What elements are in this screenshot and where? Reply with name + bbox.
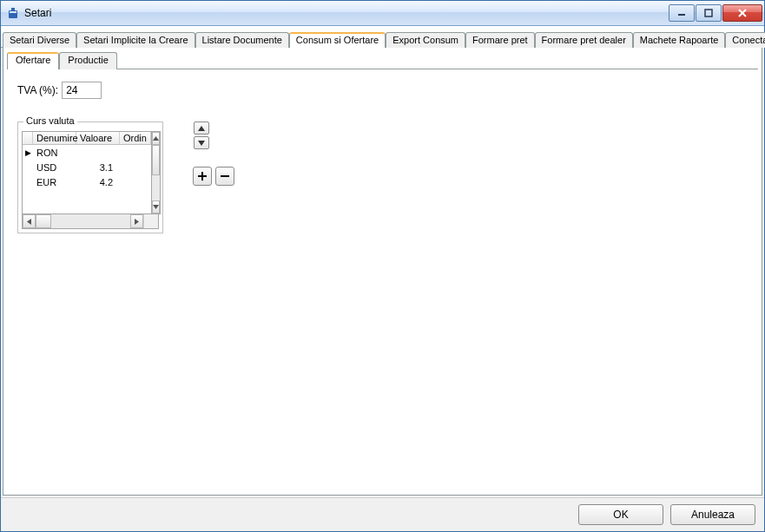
scroll-thumb[interactable] [36, 214, 51, 228]
main-tabstrip: Setari Diverse Setari Implicite la Crear… [1, 26, 764, 48]
cell-name[interactable]: EUR [33, 177, 76, 187]
ofertare-panel: TVA (%): 24 Curs valuta Denumire Valoare… [7, 69, 758, 491]
scroll-corner [143, 214, 158, 228]
table-row[interactable]: USD 3.1 [23, 160, 151, 174]
scroll-down-icon[interactable] [152, 200, 160, 213]
move-up-button[interactable] [194, 122, 209, 135]
scroll-up-icon[interactable] [152, 132, 160, 145]
dialog-footer: OK Anuleaza [1, 497, 764, 531]
title-bar: Setari [1, 1, 764, 26]
svg-rect-2 [11, 8, 15, 10]
tva-input[interactable]: 24 [62, 82, 102, 99]
cell-name[interactable]: USD [33, 162, 76, 173]
add-button[interactable] [193, 167, 212, 186]
app-icon [6, 6, 20, 20]
tab-listare-documente[interactable]: Listare Documente [195, 32, 289, 48]
sub-tabstrip: Ofertare Productie [7, 51, 758, 69]
col-header-name[interactable]: Denumire [33, 132, 76, 144]
window-title: Setari [24, 7, 668, 19]
tab-conecta[interactable]: Conecta [725, 32, 765, 48]
tab-formare-pret[interactable]: Formare pret [465, 32, 535, 48]
subtab-ofertare[interactable]: Ofertare [7, 52, 59, 69]
svg-marker-10 [153, 205, 159, 209]
scroll-right-icon[interactable] [130, 214, 143, 228]
remove-button[interactable] [215, 167, 234, 186]
tva-label: TVA (%): [17, 84, 58, 96]
row-indicator-icon: ▶ [23, 148, 33, 157]
cell-value[interactable]: 3.1 [76, 162, 120, 173]
svg-marker-14 [198, 141, 205, 146]
maximize-button[interactable] [696, 4, 722, 22]
ok-button[interactable]: OK [578, 504, 663, 525]
subtab-productie[interactable]: Productie [59, 52, 116, 69]
tab-panel: Ofertare Productie TVA (%): 24 Curs valu… [3, 48, 762, 496]
svg-line-6 [739, 10, 746, 16]
cell-name[interactable]: RON [33, 148, 76, 158]
svg-marker-9 [153, 136, 159, 141]
tab-export-consum[interactable]: Export Consum [386, 32, 465, 48]
table-row[interactable]: ▶ RON [23, 145, 151, 160]
tab-formare-pret-dealer[interactable]: Formare pret dealer [535, 32, 633, 48]
svg-rect-1 [10, 11, 16, 13]
tab-setari-diverse[interactable]: Setari Diverse [3, 32, 76, 48]
grid-header: Denumire Valoare Ordin [23, 132, 151, 145]
col-header-order[interactable]: Ordin [120, 132, 151, 144]
window-controls [668, 4, 762, 22]
table-row[interactable]: EUR 4.2 [23, 174, 151, 189]
minimize-button[interactable] [669, 4, 695, 22]
cancel-button[interactable]: Anuleaza [670, 504, 755, 525]
scroll-left-icon[interactable] [23, 214, 36, 228]
svg-marker-11 [27, 219, 31, 225]
currency-grid[interactable]: Denumire Valoare Ordin ▶ RON [22, 131, 152, 214]
currency-groupbox: Curs valuta Denumire Valoare Ordin [17, 122, 163, 233]
grid-vertical-scrollbar[interactable] [152, 131, 161, 214]
cell-value[interactable]: 4.2 [76, 177, 120, 187]
scroll-track[interactable] [152, 145, 160, 200]
grid-corner [23, 132, 33, 144]
tab-consum-si-ofertare[interactable]: Consum si Ofertare [289, 32, 386, 48]
close-button[interactable] [722, 4, 762, 22]
tab-setari-implicite[interactable]: Setari Implicite la Creare [76, 32, 195, 48]
scroll-track[interactable] [36, 214, 130, 228]
settings-window: Setari Setari Diverse Setari Implicite l… [0, 0, 765, 532]
currency-group-label: Curs valuta [23, 115, 77, 126]
col-header-value[interactable]: Valoare [76, 132, 120, 144]
svg-marker-12 [135, 219, 139, 225]
move-down-button[interactable] [194, 136, 209, 149]
svg-marker-13 [198, 126, 205, 131]
svg-line-5 [739, 10, 746, 16]
grid-body: ▶ RON USD 3.1 [23, 145, 151, 213]
grid-horizontal-scrollbar[interactable] [22, 214, 159, 229]
tab-machete-rapoarte[interactable]: Machete Rapoarte [633, 32, 726, 48]
scroll-thumb[interactable] [152, 145, 160, 175]
grid-side-controls [193, 122, 234, 186]
svg-rect-4 [705, 10, 712, 16]
